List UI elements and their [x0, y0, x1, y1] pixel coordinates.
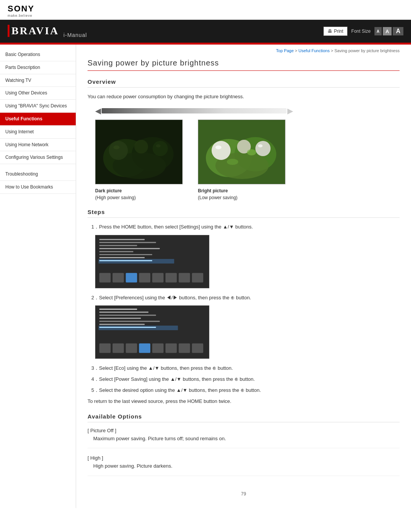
sidebar-item-how-to-use-bookmarks[interactable]: How to Use Bookmarks [0, 181, 76, 194]
option-picture-off: [ Picture Off ] Maximum power saving. Pi… [88, 428, 400, 449]
option-picture-off-label: [ Picture Off ] [88, 428, 400, 433]
breadcrumb-current: Saving power by picture brightness [335, 48, 400, 53]
font-large-button[interactable]: A [393, 27, 403, 35]
right-arrow-icon: ▶ [287, 106, 293, 115]
image-comparison-area: ◀ ▶ [95, 107, 400, 201]
font-medium-button[interactable]: A [383, 27, 392, 35]
dark-veg-svg [96, 120, 183, 184]
svg-rect-24 [99, 245, 137, 246]
bright-picture-image [198, 120, 285, 184]
svg-rect-33 [126, 273, 137, 282]
sidebar: Basic Operations Parts Description Watch… [0, 45, 76, 508]
svg-rect-49 [113, 343, 124, 353]
sidebar-item-configuring-settings[interactable]: Configuring Various Settings [0, 151, 76, 164]
svg-rect-53 [166, 343, 177, 353]
step2-screenshot [95, 305, 209, 359]
page-title: Saving power by picture brightness [88, 59, 400, 71]
breadcrumb: Top Page > Useful Functions > Saving pow… [88, 48, 400, 53]
bright-picture-caption: Bright picture (Low power saving) [198, 187, 285, 201]
svg-rect-34 [139, 273, 150, 282]
bravia-logo: BRAVIA i-Manual [8, 25, 87, 38]
step-1: 1．Press the HOME button, then select [Se… [88, 223, 400, 231]
svg-rect-27 [99, 254, 152, 255]
svg-rect-41 [99, 312, 148, 313]
main-content: Top Page > Useful Functions > Saving pow… [76, 45, 411, 508]
step-3: 3．Select [Eco] using the ▲/▼ buttons, th… [88, 364, 400, 372]
svg-rect-36 [166, 273, 177, 282]
svg-rect-31 [99, 273, 111, 282]
sidebar-item-troubleshooting[interactable]: Troubleshooting [0, 168, 76, 181]
sidebar-item-using-bravia-sync[interactable]: Using "BRAVIA" Sync Devices [0, 100, 76, 113]
option-picture-off-desc: Maximum power saving. Picture turns off;… [88, 435, 400, 443]
svg-rect-9 [96, 120, 183, 184]
main-header: BRAVIA i-Manual 🖶 Print Font Size A A A [0, 20, 411, 43]
available-options-heading: Available Options [88, 413, 400, 422]
red-accent-bar [8, 25, 10, 37]
svg-rect-37 [179, 273, 190, 282]
dark-picture-caption: Dark picture (High power saving) [95, 187, 183, 201]
svg-rect-51 [139, 343, 150, 353]
sidebar-item-parts-description[interactable]: Parts Description [0, 61, 76, 74]
bravia-brand: BRAVIA [11, 25, 59, 37]
svg-rect-43 [99, 318, 141, 319]
print-button[interactable]: 🖶 Print [323, 27, 347, 36]
svg-point-20 [227, 159, 238, 165]
svg-rect-22 [99, 239, 145, 240]
svg-rect-35 [152, 273, 164, 282]
option-high: [ High ] High power saving. Picture dark… [88, 455, 400, 476]
svg-point-17 [215, 145, 221, 149]
bright-picture-container: Bright picture (Low power saving) [198, 120, 285, 201]
sony-logo: SONY [8, 4, 403, 14]
svg-rect-48 [99, 343, 111, 353]
imanual-label: i-Manual [64, 32, 87, 38]
breadcrumb-top-page[interactable]: Top Page [276, 48, 293, 53]
sidebar-item-using-home-network[interactable]: Using Home Network [0, 139, 76, 152]
step1-screenshot [95, 235, 209, 288]
svg-rect-55 [192, 343, 203, 353]
step-2: 2．Select [Preferences] using the ◀/▶ but… [88, 294, 400, 302]
sidebar-spacer [0, 164, 76, 168]
svg-rect-46 [99, 326, 178, 331]
svg-rect-50 [126, 343, 137, 353]
svg-rect-23 [99, 242, 156, 243]
sidebar-item-basic-operations[interactable]: Basic Operations [0, 48, 76, 61]
step-4: 4．Select [Power Saving] using the ▲/▼ bu… [88, 375, 400, 383]
svg-rect-45 [99, 324, 145, 325]
sony-tagline: make.believe [8, 14, 403, 18]
bright-veg-svg [198, 120, 285, 184]
sidebar-item-using-other-devices[interactable]: Using Other Devices [0, 87, 76, 100]
steps-heading: Steps [88, 209, 400, 218]
sidebar-item-using-internet[interactable]: Using Internet [0, 126, 76, 139]
option-high-desc: High power saving. Picture darkens. [88, 462, 400, 470]
return-note: To return to the last viewed source, pre… [88, 398, 400, 406]
svg-rect-47 [99, 327, 156, 328]
svg-point-15 [255, 141, 271, 156]
step2-tv-menu [96, 305, 209, 359]
svg-rect-28 [99, 257, 145, 258]
left-arrow-icon: ◀ [95, 106, 101, 115]
svg-rect-40 [99, 309, 137, 310]
dark-picture-image [95, 120, 183, 184]
breadcrumb-sep1: > [295, 48, 298, 53]
svg-rect-42 [99, 315, 156, 316]
step-5: 5．Select the desired option using the ▲/… [88, 387, 400, 395]
sidebar-item-useful-functions[interactable]: Useful Functions [0, 113, 76, 126]
image-pair: Dark picture (High power saving) [95, 120, 400, 201]
svg-rect-54 [179, 343, 190, 353]
svg-point-19 [247, 149, 256, 155]
svg-rect-29 [99, 259, 174, 264]
sidebar-item-watching-tv[interactable]: Watching TV [0, 74, 76, 87]
svg-rect-26 [99, 251, 133, 252]
svg-rect-25 [99, 248, 160, 249]
svg-rect-30 [99, 260, 152, 261]
step1-tv-menu [96, 235, 209, 288]
breadcrumb-sep2: > [331, 48, 334, 53]
font-small-button[interactable]: A [374, 27, 382, 35]
header-controls: 🖶 Print Font Size A A A [323, 27, 403, 36]
font-size-label: Font Size [351, 29, 371, 34]
svg-rect-44 [99, 321, 160, 322]
gradient-bar [102, 108, 287, 113]
svg-point-18 [258, 144, 263, 147]
svg-rect-52 [152, 343, 164, 353]
breadcrumb-useful-functions[interactable]: Useful Functions [298, 48, 330, 53]
